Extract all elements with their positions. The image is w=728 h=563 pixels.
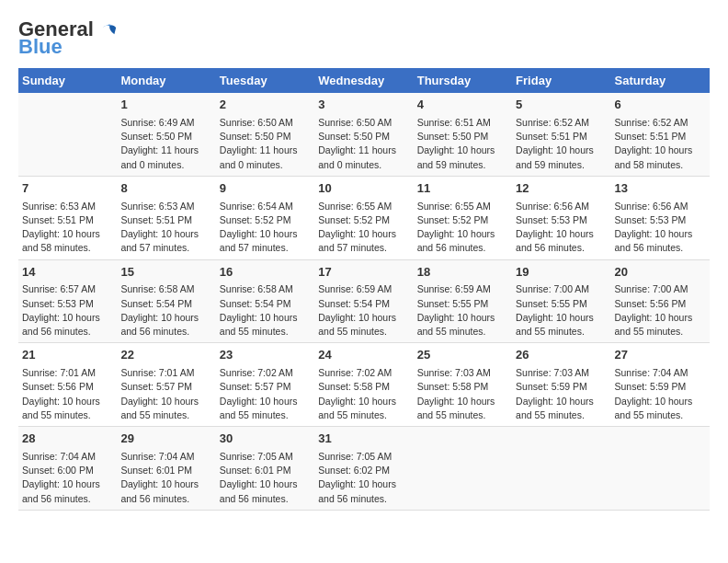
day-number: 10 (318, 180, 409, 198)
cell-info: Sunrise: 6:50 AMSunset: 5:50 PMDaylight:… (318, 116, 409, 172)
calendar-cell (414, 427, 512, 511)
day-number: 8 (120, 180, 211, 198)
calendar-cell: 18Sunrise: 6:59 AMSunset: 5:55 PMDayligh… (414, 259, 512, 343)
calendar-header: SundayMondayTuesdayWednesdayThursdayFrid… (18, 68, 710, 93)
day-number: 14 (22, 264, 113, 282)
cell-info: Sunrise: 7:05 AMSunset: 6:02 PMDaylight:… (318, 450, 409, 506)
calendar-cell (611, 427, 710, 511)
calendar-cell: 23Sunrise: 7:02 AMSunset: 5:57 PMDayligh… (216, 343, 314, 427)
weekday-header-thursday: Thursday (414, 68, 512, 93)
calendar-cell: 5Sunrise: 6:52 AMSunset: 5:51 PMDaylight… (512, 93, 610, 176)
day-number: 22 (120, 347, 211, 364)
calendar-cell: 14Sunrise: 6:57 AMSunset: 5:53 PMDayligh… (18, 259, 117, 343)
day-number: 3 (318, 97, 409, 114)
cell-info: Sunrise: 6:58 AMSunset: 5:54 PMDaylight:… (220, 282, 311, 339)
calendar-cell: 27Sunrise: 7:04 AMSunset: 5:59 PMDayligh… (611, 343, 710, 427)
calendar-cell: 9Sunrise: 6:54 AMSunset: 5:52 PMDaylight… (216, 176, 314, 259)
day-number: 6 (615, 97, 706, 114)
cell-info: Sunrise: 6:56 AMSunset: 5:53 PMDaylight:… (516, 200, 607, 256)
weekday-header-tuesday: Tuesday (216, 68, 314, 93)
calendar-cell: 7Sunrise: 6:53 AMSunset: 5:51 PMDaylight… (18, 176, 117, 259)
day-number: 30 (220, 431, 311, 448)
day-number: 5 (516, 97, 607, 114)
week-row-0: 1Sunrise: 6:49 AMSunset: 5:50 PMDaylight… (18, 93, 710, 176)
calendar-cell: 11Sunrise: 6:55 AMSunset: 5:52 PMDayligh… (414, 176, 512, 259)
calendar-cell: 20Sunrise: 7:00 AMSunset: 5:56 PMDayligh… (611, 259, 710, 343)
cell-info: Sunrise: 7:00 AMSunset: 5:56 PMDaylight:… (615, 282, 706, 339)
calendar-cell: 6Sunrise: 6:52 AMSunset: 5:51 PMDaylight… (611, 93, 710, 176)
calendar-cell: 30Sunrise: 7:05 AMSunset: 6:01 PMDayligh… (216, 427, 314, 511)
day-number: 28 (22, 431, 113, 448)
cell-info: Sunrise: 7:01 AMSunset: 5:57 PMDaylight:… (120, 366, 211, 422)
cell-info: Sunrise: 7:04 AMSunset: 6:01 PMDaylight:… (120, 450, 211, 506)
cell-info: Sunrise: 6:58 AMSunset: 5:54 PMDaylight:… (120, 282, 211, 339)
cell-info: Sunrise: 6:54 AMSunset: 5:52 PMDaylight:… (220, 200, 311, 256)
calendar-cell: 13Sunrise: 6:56 AMSunset: 5:53 PMDayligh… (611, 176, 710, 259)
cell-info: Sunrise: 6:52 AMSunset: 5:51 PMDaylight:… (615, 116, 706, 172)
cell-info: Sunrise: 6:51 AMSunset: 5:50 PMDaylight:… (417, 116, 508, 172)
calendar-cell: 2Sunrise: 6:50 AMSunset: 5:50 PMDaylight… (216, 93, 314, 176)
day-number: 26 (516, 347, 607, 364)
cell-info: Sunrise: 6:55 AMSunset: 5:52 PMDaylight:… (318, 200, 409, 256)
cell-info: Sunrise: 7:02 AMSunset: 5:58 PMDaylight:… (318, 366, 409, 422)
cell-info: Sunrise: 6:55 AMSunset: 5:52 PMDaylight:… (417, 200, 508, 256)
day-number: 7 (22, 180, 113, 198)
calendar-cell: 10Sunrise: 6:55 AMSunset: 5:52 PMDayligh… (314, 176, 413, 259)
day-number: 11 (417, 180, 508, 198)
calendar-cell: 28Sunrise: 7:04 AMSunset: 6:00 PMDayligh… (18, 427, 117, 511)
day-number: 19 (516, 264, 607, 282)
calendar-cell: 3Sunrise: 6:50 AMSunset: 5:50 PMDaylight… (314, 93, 413, 176)
day-number: 15 (120, 264, 211, 282)
cell-info: Sunrise: 6:57 AMSunset: 5:53 PMDaylight:… (22, 282, 113, 339)
calendar-cell: 4Sunrise: 6:51 AMSunset: 5:50 PMDaylight… (414, 93, 512, 176)
cell-info: Sunrise: 6:50 AMSunset: 5:50 PMDaylight:… (220, 116, 311, 172)
day-number: 18 (417, 264, 508, 282)
cell-info: Sunrise: 6:59 AMSunset: 5:54 PMDaylight:… (318, 282, 409, 339)
logo-icon (101, 19, 118, 36)
calendar-cell: 25Sunrise: 7:03 AMSunset: 5:58 PMDayligh… (414, 343, 512, 427)
day-number: 27 (615, 347, 706, 364)
day-number: 25 (417, 347, 508, 364)
cell-info: Sunrise: 7:03 AMSunset: 5:58 PMDaylight:… (417, 366, 508, 422)
day-number: 4 (417, 97, 508, 114)
cell-info: Sunrise: 6:53 AMSunset: 5:51 PMDaylight:… (22, 200, 113, 256)
calendar-cell: 12Sunrise: 6:56 AMSunset: 5:53 PMDayligh… (512, 176, 610, 259)
weekday-header-sunday: Sunday (18, 68, 117, 93)
weekday-header-row: SundayMondayTuesdayWednesdayThursdayFrid… (18, 68, 710, 93)
calendar-cell: 29Sunrise: 7:04 AMSunset: 6:01 PMDayligh… (117, 427, 215, 511)
cell-info: Sunrise: 6:56 AMSunset: 5:53 PMDaylight:… (615, 200, 706, 256)
day-number: 17 (318, 264, 409, 282)
calendar-cell (512, 427, 610, 511)
day-number: 9 (220, 180, 311, 198)
calendar-cell: 8Sunrise: 6:53 AMSunset: 5:51 PMDaylight… (117, 176, 215, 259)
day-number: 31 (318, 431, 409, 448)
cell-info: Sunrise: 7:04 AMSunset: 6:00 PMDaylight:… (22, 450, 113, 506)
day-number: 2 (220, 97, 311, 114)
header: General Blue (18, 18, 710, 59)
day-number: 12 (516, 180, 607, 198)
calendar-cell: 19Sunrise: 7:00 AMSunset: 5:55 PMDayligh… (512, 259, 610, 343)
weekday-header-friday: Friday (512, 68, 610, 93)
calendar-table: SundayMondayTuesdayWednesdayThursdayFrid… (18, 68, 710, 511)
cell-info: Sunrise: 7:01 AMSunset: 5:56 PMDaylight:… (22, 366, 113, 422)
cell-info: Sunrise: 6:59 AMSunset: 5:55 PMDaylight:… (417, 282, 508, 339)
cell-info: Sunrise: 7:00 AMSunset: 5:55 PMDaylight:… (516, 282, 607, 339)
calendar-cell: 16Sunrise: 6:58 AMSunset: 5:54 PMDayligh… (216, 259, 314, 343)
weekday-header-saturday: Saturday (611, 68, 710, 93)
day-number: 13 (615, 180, 706, 198)
calendar-cell: 17Sunrise: 6:59 AMSunset: 5:54 PMDayligh… (314, 259, 413, 343)
day-number: 16 (220, 264, 311, 282)
day-number: 23 (220, 347, 311, 364)
day-number: 24 (318, 347, 409, 364)
calendar-cell: 21Sunrise: 7:01 AMSunset: 5:56 PMDayligh… (18, 343, 117, 427)
day-number: 1 (120, 97, 211, 114)
cell-info: Sunrise: 7:05 AMSunset: 6:01 PMDaylight:… (220, 450, 311, 506)
cell-info: Sunrise: 7:03 AMSunset: 5:59 PMDaylight:… (516, 366, 607, 422)
logo: General Blue (18, 18, 118, 59)
cell-info: Sunrise: 6:53 AMSunset: 5:51 PMDaylight:… (120, 200, 211, 256)
calendar-body: 1Sunrise: 6:49 AMSunset: 5:50 PMDaylight… (18, 93, 710, 510)
calendar-cell: 1Sunrise: 6:49 AMSunset: 5:50 PMDaylight… (117, 93, 215, 176)
cell-info: Sunrise: 7:04 AMSunset: 5:59 PMDaylight:… (615, 366, 706, 422)
calendar-cell: 26Sunrise: 7:03 AMSunset: 5:59 PMDayligh… (512, 343, 610, 427)
day-number: 29 (120, 431, 211, 448)
